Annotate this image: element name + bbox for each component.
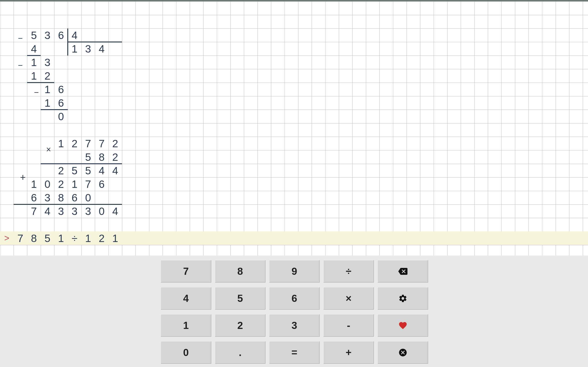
key-divide[interactable]: ÷ <box>323 260 374 283</box>
input-ch-6: 1 <box>81 232 95 245</box>
mult-r3: 3 <box>54 204 68 218</box>
calculation-grid: 5 3 6 4 1 3 4 − 4 1 3 − 1 2 1 6 − 1 6 0 … <box>0 1 588 256</box>
key-7[interactable]: 7 <box>161 260 211 283</box>
clear-icon <box>398 348 407 357</box>
quotient-d2: 3 <box>81 42 95 56</box>
mult-p3-5: 0 <box>81 191 95 204</box>
input-ch-4: 1 <box>54 232 68 245</box>
key-favorite[interactable] <box>378 314 428 337</box>
key-label: ÷ <box>346 266 351 277</box>
key-multiply[interactable]: × <box>323 287 374 310</box>
quotient-d1: 1 <box>68 42 81 56</box>
mult-p2-5: 7 <box>81 177 95 191</box>
key-label: 4 <box>183 293 189 304</box>
mult-b2: 8 <box>95 150 108 164</box>
mult-r7: 4 <box>108 204 122 218</box>
input-ch-8: 1 <box>108 232 122 245</box>
div-sub3b: 6 <box>54 96 68 110</box>
mult-a3: 7 <box>81 137 95 150</box>
key-2[interactable]: 2 <box>215 314 266 337</box>
key-8[interactable]: 8 <box>215 260 266 283</box>
gear-icon <box>398 294 407 303</box>
mult-p1-2: 5 <box>68 164 81 177</box>
key-3[interactable]: 3 <box>269 314 320 337</box>
minus-1: − <box>14 31 27 45</box>
input-ch-3: 5 <box>41 232 54 245</box>
key-label: 5 <box>237 293 243 304</box>
key-label: 7 <box>183 266 189 277</box>
mult-p1-5: 4 <box>108 164 122 177</box>
key-4[interactable]: 4 <box>161 287 211 310</box>
mult-r5: 3 <box>81 204 95 218</box>
input-ch-2: 8 <box>27 232 41 245</box>
input-ch-1: 7 <box>14 232 27 245</box>
heart-icon <box>398 321 407 330</box>
key-label: 1 <box>183 320 189 331</box>
mult-op: × <box>42 143 55 156</box>
mult-a5: 2 <box>108 137 122 150</box>
key-5[interactable]: 5 <box>215 287 266 310</box>
mult-p3-3: 8 <box>54 191 68 204</box>
div-sub3a: 1 <box>41 96 54 110</box>
key-label: . <box>239 347 242 358</box>
dividend-d1: 5 <box>27 28 41 42</box>
key-label: × <box>346 293 352 304</box>
mult-p3-2: 3 <box>41 191 54 204</box>
key-backspace[interactable] <box>378 260 428 283</box>
key-0[interactable]: 0 <box>161 341 211 364</box>
key-label: = <box>292 347 297 358</box>
key-1[interactable]: 1 <box>161 314 211 337</box>
div-sub1: 4 <box>27 42 41 56</box>
key-plus[interactable]: + <box>323 341 374 364</box>
mult-p3-1: 6 <box>27 191 41 204</box>
key-label: 0 <box>183 347 189 358</box>
div-sub2a: 1 <box>27 69 41 83</box>
mult-r6: 0 <box>95 204 108 218</box>
mult-p1-4: 4 <box>95 164 108 177</box>
key-settings[interactable] <box>378 287 428 310</box>
backspace-icon <box>398 267 407 276</box>
mult-b1: 5 <box>81 150 95 164</box>
mult-p1-1: 2 <box>54 164 68 177</box>
mult-r2: 4 <box>41 204 54 218</box>
mult-p2-3: 2 <box>54 177 68 191</box>
mult-r4: 3 <box>68 204 81 218</box>
mult-a2: 2 <box>68 137 81 150</box>
input-ch-7: 2 <box>95 232 108 245</box>
mult-b3: 2 <box>108 150 122 164</box>
key-clear[interactable] <box>378 341 428 364</box>
div-sub2b: 2 <box>41 69 54 83</box>
mult-p2-6: 6 <box>95 177 108 191</box>
quotient-d3: 4 <box>95 42 108 56</box>
mult-p3-4: 6 <box>68 191 81 204</box>
div-rem1a: 1 <box>27 56 41 69</box>
key-equals[interactable]: = <box>269 341 320 364</box>
dividend-d2: 3 <box>41 28 54 42</box>
mult-p2-2: 0 <box>41 177 54 191</box>
div-remainder: 0 <box>54 110 68 123</box>
input-ch-5: ÷ <box>68 232 81 245</box>
key-label: 3 <box>292 320 297 331</box>
key-label: - <box>347 320 350 331</box>
mult-r1: 7 <box>27 204 41 218</box>
key-dot[interactable]: . <box>215 341 266 364</box>
input-prompt: > <box>0 232 14 245</box>
key-label: + <box>346 347 352 358</box>
key-label: 8 <box>237 266 243 277</box>
key-minus[interactable]: - <box>323 314 374 337</box>
div-rem1b: 3 <box>41 56 54 69</box>
dividend-d3: 6 <box>54 28 68 42</box>
mult-p2-1: 1 <box>27 177 41 191</box>
mult-a1: 1 <box>54 137 68 150</box>
key-9[interactable]: 9 <box>269 260 320 283</box>
key-label: 6 <box>292 293 297 304</box>
key-6[interactable]: 6 <box>269 287 320 310</box>
mult-p2-4: 1 <box>68 177 81 191</box>
minus-2: − <box>14 58 27 72</box>
mult-p1-3: 5 <box>81 164 95 177</box>
key-label: 9 <box>292 266 297 277</box>
keypad: 7 8 9 ÷ 4 5 6 × 1 2 3 - 0 . = + <box>0 256 588 367</box>
divisor-d1: 4 <box>68 28 81 42</box>
mult-a4: 7 <box>95 137 108 150</box>
div-rem2b: 6 <box>54 83 68 96</box>
